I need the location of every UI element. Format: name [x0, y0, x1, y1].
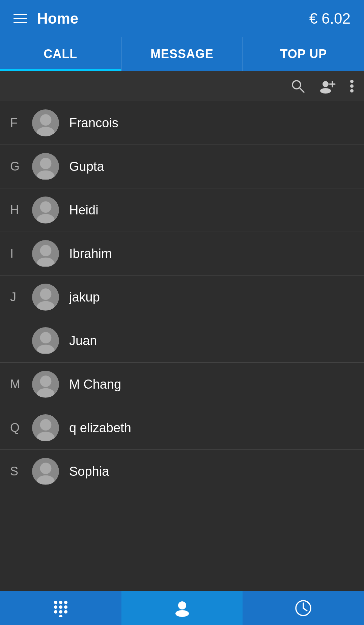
- svg-point-19: [40, 332, 51, 343]
- list-item[interactable]: G Gupta: [0, 145, 364, 188]
- menu-icon[interactable]: [13, 14, 27, 23]
- list-item[interactable]: Juan: [0, 319, 364, 363]
- svg-point-17: [40, 288, 51, 300]
- toolbar: [0, 71, 364, 101]
- svg-point-16: [37, 257, 55, 266]
- list-item[interactable]: J jakup: [0, 276, 364, 319]
- svg-point-11: [40, 158, 51, 169]
- svg-point-24: [37, 432, 55, 440]
- avatar: [32, 371, 59, 398]
- main-content: F Francois G Gupta H: [0, 101, 364, 591]
- svg-point-6: [350, 80, 354, 83]
- svg-line-1: [300, 88, 304, 92]
- list-item[interactable]: I Ibrahim: [0, 232, 364, 276]
- tab-bar: CALL MESSAGE TOP UP: [0, 37, 364, 71]
- svg-point-27: [54, 601, 57, 604]
- svg-point-10: [37, 127, 55, 135]
- balance-display: € 6.02: [309, 10, 351, 27]
- avatar: [32, 109, 59, 136]
- svg-line-41: [303, 608, 307, 611]
- svg-point-36: [59, 615, 62, 617]
- more-options-icon[interactable]: [350, 79, 354, 94]
- tab-topup[interactable]: TOP UP: [243, 37, 364, 71]
- svg-point-29: [64, 601, 67, 604]
- tab-message[interactable]: MESSAGE: [121, 37, 243, 71]
- svg-point-20: [37, 344, 55, 353]
- svg-point-34: [59, 610, 62, 614]
- list-item[interactable]: Q q elizabeth: [0, 406, 364, 450]
- svg-point-12: [37, 170, 55, 179]
- svg-point-25: [40, 463, 51, 474]
- svg-point-26: [37, 475, 55, 484]
- svg-point-23: [40, 419, 51, 431]
- avatar: [32, 284, 59, 311]
- svg-point-8: [350, 89, 354, 93]
- list-item[interactable]: H Heidi: [0, 188, 364, 232]
- svg-point-18: [37, 301, 55, 310]
- svg-point-21: [40, 375, 51, 387]
- list-item[interactable]: S Sophia: [0, 450, 364, 493]
- list-item[interactable]: F Francois: [0, 101, 364, 145]
- nav-history[interactable]: [243, 591, 364, 625]
- search-icon[interactable]: [290, 79, 305, 94]
- avatar: [32, 327, 59, 354]
- avatar: [32, 458, 59, 485]
- svg-point-35: [64, 610, 67, 614]
- avatar: [32, 197, 59, 224]
- page-title: Home: [37, 10, 78, 27]
- svg-point-15: [40, 245, 51, 256]
- avatar: [32, 240, 59, 267]
- svg-point-14: [37, 214, 55, 223]
- svg-point-38: [175, 610, 189, 617]
- svg-point-7: [350, 84, 354, 88]
- list-item[interactable]: M M Chang: [0, 363, 364, 406]
- header: Home € 6.02: [0, 0, 364, 37]
- svg-point-37: [178, 601, 186, 609]
- nav-contacts[interactable]: [121, 591, 243, 625]
- nav-dialpad[interactable]: [0, 591, 121, 625]
- svg-point-9: [40, 114, 51, 126]
- bottom-nav: [0, 591, 364, 625]
- svg-point-31: [59, 605, 62, 609]
- svg-point-13: [40, 201, 51, 213]
- svg-point-28: [59, 601, 62, 604]
- svg-point-22: [37, 388, 55, 397]
- contact-list[interactable]: F Francois G Gupta H: [0, 101, 364, 591]
- svg-point-32: [64, 605, 67, 609]
- avatar: [32, 414, 59, 441]
- svg-point-30: [54, 605, 57, 609]
- add-contact-icon[interactable]: [319, 79, 336, 94]
- svg-point-33: [54, 610, 57, 614]
- avatar: [32, 153, 59, 180]
- header-left: Home: [13, 10, 78, 27]
- svg-point-2: [323, 81, 329, 87]
- svg-point-3: [320, 88, 331, 94]
- tab-call[interactable]: CALL: [0, 37, 121, 71]
